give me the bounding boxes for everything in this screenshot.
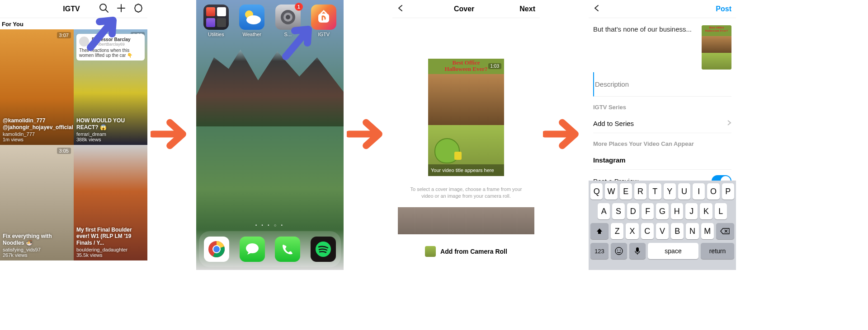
keyboard-row: QWERTYUIOP xyxy=(590,183,734,200)
feed-tile[interactable]: My first Final Boulder ever! W1 (RLP LM … xyxy=(74,145,147,260)
key-s[interactable]: S xyxy=(612,203,624,219)
tutorial-arrow-icon xyxy=(277,18,322,65)
video-title: Fix everything with Noodles 🍜 xyxy=(3,233,71,246)
dock-app-spotify[interactable] xyxy=(311,237,336,262)
description-input[interactable] xyxy=(593,72,731,97)
cover-navbar: Cover Next xyxy=(392,0,540,18)
emoji-key[interactable] xyxy=(611,243,627,259)
screen-igtv-feed: IGTV For You 3:07 @kamolidin_777@jahongi… xyxy=(0,0,147,270)
cover-help-text: To select a cover image, choose a frame … xyxy=(392,176,540,205)
key-o[interactable]: O xyxy=(707,183,719,200)
video-title: HOW WOULD YOU REACT? 😱 xyxy=(76,117,145,130)
key-t[interactable]: T xyxy=(649,183,661,200)
video-duration: 3:07 xyxy=(57,32,71,38)
video-title: @kamolidin_777@jahongir_hojayev_official xyxy=(3,117,71,130)
svg-point-6 xyxy=(246,15,261,24)
key-a[interactable]: A xyxy=(598,203,610,219)
feed-tile[interactable]: 3:07 @kamolidin_777@jahongir_hojayev_off… xyxy=(0,29,74,145)
nav-title: Cover xyxy=(409,5,519,13)
video-views: 388k views xyxy=(76,137,145,142)
key-n[interactable]: N xyxy=(686,223,698,239)
step-arrow-icon xyxy=(540,0,589,270)
app-utilities[interactable]: Utilities xyxy=(201,5,231,37)
page-indicator[interactable]: • • • ○ • xyxy=(196,223,344,228)
video-title-input[interactable]: But that's none of our business... xyxy=(593,25,697,33)
tutorial-arrow-icon xyxy=(81,9,127,56)
dock-app-chrome[interactable] xyxy=(204,237,229,262)
igtv-feed: 3:07 @kamolidin_777@jahongir_hojayev_off… xyxy=(0,29,147,260)
key-q[interactable]: Q xyxy=(590,183,603,200)
dock xyxy=(199,231,341,267)
svg-point-14 xyxy=(246,243,259,253)
screen-post-details: Post But that's none of our business... … xyxy=(589,0,736,270)
back-button[interactable] xyxy=(397,5,409,14)
key-c[interactable]: C xyxy=(641,223,654,239)
space-key[interactable]: space xyxy=(648,243,698,259)
instagram-row: Instagram xyxy=(593,151,731,170)
video-duration: 3:05 xyxy=(57,148,71,154)
settings-icon[interactable] xyxy=(133,3,144,15)
feed-tile[interactable]: 3:05 Fix everything with Noodles 🍜 satis… xyxy=(0,145,74,260)
section-more-places: More Places Your Video Can Appear xyxy=(593,133,731,151)
key-x[interactable]: X xyxy=(626,223,638,239)
next-button[interactable]: Next xyxy=(519,5,535,13)
svg-rect-19 xyxy=(636,247,639,252)
key-v[interactable]: V xyxy=(656,223,669,239)
video-views: 35.5k views xyxy=(76,252,145,258)
key-l[interactable]: L xyxy=(715,203,727,219)
key-u[interactable]: U xyxy=(678,183,690,200)
key-p[interactable]: P xyxy=(722,183,734,200)
video-views: 267k views xyxy=(3,252,71,258)
screen-cover: Cover Next Best OfficeHalloween Ever? 1:… xyxy=(392,0,540,270)
frame-selector[interactable] xyxy=(398,207,534,234)
post-navbar: Post xyxy=(589,0,736,18)
video-author: ferrari_dream xyxy=(76,131,145,137)
svg-point-16 xyxy=(615,247,623,255)
svg-point-13 xyxy=(213,246,220,252)
video-author: bouldering_dadaughter xyxy=(76,247,145,252)
key-i[interactable]: I xyxy=(693,183,705,200)
cover-overlay-text: Your video title appears here xyxy=(428,164,504,176)
app-label: Utilities xyxy=(201,32,231,37)
return-key[interactable]: return xyxy=(701,243,734,259)
section-igtv-series: IGTV Series xyxy=(593,97,731,114)
cover-image-mug xyxy=(454,152,462,160)
key-y[interactable]: Y xyxy=(664,183,676,200)
ios-keyboard: QWERTYUIOP ASDFGHJKL ZXCVBNM 123 space r… xyxy=(589,181,736,270)
post-button[interactable]: Post xyxy=(716,5,731,13)
cover-preview: Best OfficeHalloween Ever? 1:03 Your vid… xyxy=(428,59,504,176)
video-views: 1m views xyxy=(3,137,71,142)
key-r[interactable]: R xyxy=(634,183,646,200)
key-w[interactable]: W xyxy=(605,183,617,200)
app-label: Weather xyxy=(237,32,267,37)
key-b[interactable]: B xyxy=(671,223,684,239)
svg-point-18 xyxy=(620,250,621,251)
key-d[interactable]: D xyxy=(627,203,639,219)
screen-ios-home: Utilities Weather 1 S... IGTV • • • ○ • xyxy=(196,0,344,270)
video-author: satisfying_vids97 xyxy=(3,247,71,252)
key-j[interactable]: J xyxy=(685,203,698,219)
key-g[interactable]: G xyxy=(656,203,668,219)
shift-key[interactable] xyxy=(590,223,609,239)
chevron-right-icon xyxy=(727,120,731,127)
dictation-key[interactable] xyxy=(629,243,646,259)
key-f[interactable]: F xyxy=(642,203,654,219)
key-e[interactable]: E xyxy=(620,183,632,200)
cover-duration: 1:03 xyxy=(488,63,501,69)
cover-thumbnail[interactable]: Best OfficeHalloween Ever? xyxy=(702,25,731,70)
numbers-key[interactable]: 123 xyxy=(590,243,609,259)
camera-roll-label: Add from Camera Roll xyxy=(440,248,507,255)
app-weather[interactable]: Weather xyxy=(237,5,267,37)
dock-app-messages[interactable] xyxy=(240,237,265,262)
backspace-key[interactable] xyxy=(716,223,734,239)
key-k[interactable]: K xyxy=(700,203,712,219)
keyboard-row: 123 space return xyxy=(590,243,734,259)
svg-marker-4 xyxy=(135,4,142,12)
dock-app-phone[interactable] xyxy=(275,237,300,262)
back-button[interactable] xyxy=(593,5,605,14)
add-to-series-row[interactable]: Add to Series xyxy=(593,114,731,133)
key-m[interactable]: M xyxy=(701,223,714,239)
add-from-camera-roll-button[interactable]: Add from Camera Roll xyxy=(392,240,540,263)
key-z[interactable]: Z xyxy=(611,223,623,239)
key-h[interactable]: H xyxy=(671,203,683,219)
